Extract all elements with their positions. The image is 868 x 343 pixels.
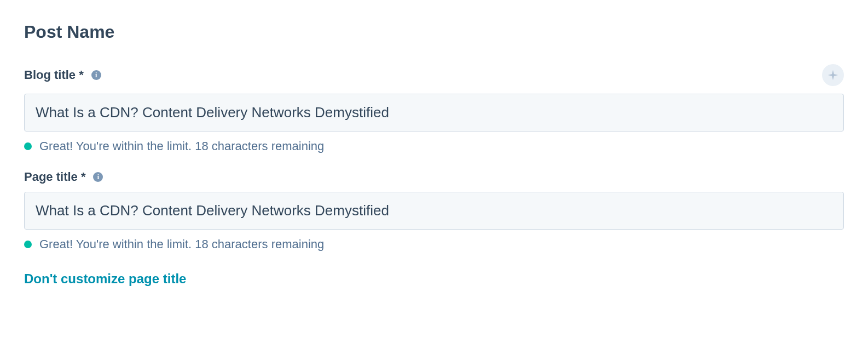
section-heading: Post Name xyxy=(24,22,844,42)
ai-assist-button[interactable] xyxy=(822,64,844,86)
page-title-field: Page title * i Great! You're within the … xyxy=(24,170,844,251)
info-icon[interactable]: i xyxy=(93,172,103,182)
blog-title-label-row: Blog title * i xyxy=(24,64,844,86)
blog-title-field: Blog title * i Great! You're within the … xyxy=(24,64,844,153)
blog-title-helper: Great! You're within the limit. 18 chara… xyxy=(24,139,844,153)
page-title-helper: Great! You're within the limit. 18 chara… xyxy=(24,237,844,251)
sparkle-icon xyxy=(827,69,839,81)
toggle-customize-page-title-link[interactable]: Don't customize page title xyxy=(24,271,186,287)
blog-title-label: Blog title * xyxy=(24,68,84,82)
page-title-label-row: Page title * i xyxy=(24,170,844,184)
page-title-label: Page title * xyxy=(24,170,85,184)
page-title-input[interactable] xyxy=(24,192,844,230)
status-dot-icon xyxy=(24,142,32,150)
status-dot-icon xyxy=(24,241,32,248)
blog-title-helper-text: Great! You're within the limit. 18 chara… xyxy=(39,139,324,153)
info-icon[interactable]: i xyxy=(91,70,101,80)
blog-title-input[interactable] xyxy=(24,94,844,132)
page-title-helper-text: Great! You're within the limit. 18 chara… xyxy=(39,237,324,251)
